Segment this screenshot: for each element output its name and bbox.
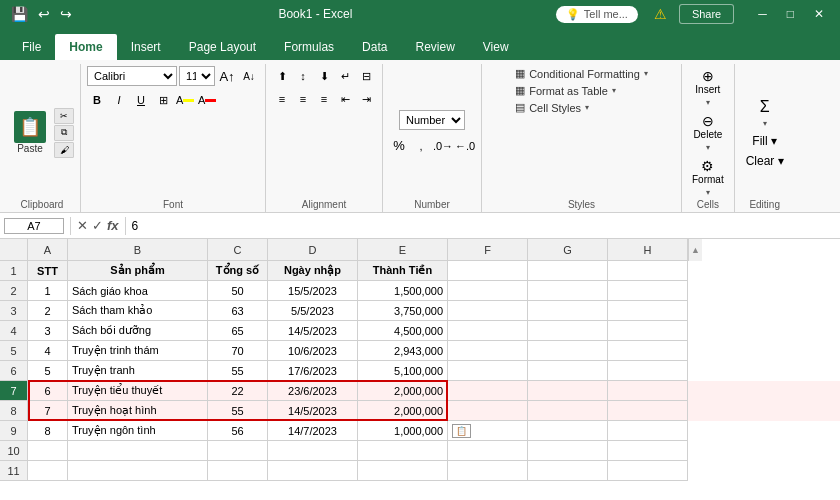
number-format-select[interactable]: Number bbox=[399, 110, 465, 130]
row-header-11[interactable]: 11 bbox=[0, 461, 28, 481]
underline-button[interactable]: U bbox=[131, 90, 151, 110]
cell-f1[interactable] bbox=[448, 261, 528, 281]
cell-c8[interactable]: 55 bbox=[208, 401, 268, 421]
italic-button[interactable]: I bbox=[109, 90, 129, 110]
wrap-text-button[interactable]: ↵ bbox=[335, 66, 355, 86]
tab-data[interactable]: Data bbox=[348, 34, 401, 60]
cell-h10[interactable] bbox=[608, 441, 688, 461]
col-header-g[interactable]: G bbox=[528, 239, 608, 261]
redo-icon[interactable]: ↪ bbox=[57, 4, 75, 24]
cancel-formula-icon[interactable]: ✕ bbox=[77, 218, 88, 233]
col-header-a[interactable]: A bbox=[28, 239, 68, 261]
row-header-5[interactable]: 5 bbox=[0, 341, 28, 361]
cell-h6[interactable] bbox=[608, 361, 688, 381]
cell-e3[interactable]: 3,750,000 bbox=[358, 301, 448, 321]
cell-d6[interactable]: 17/6/2023 bbox=[268, 361, 358, 381]
cell-g10[interactable] bbox=[528, 441, 608, 461]
paste-button[interactable]: 📋 Paste bbox=[10, 109, 50, 156]
col-header-e[interactable]: E bbox=[358, 239, 448, 261]
align-middle-button[interactable]: ↕ bbox=[293, 66, 313, 86]
cell-g11[interactable] bbox=[528, 461, 608, 481]
cell-a3[interactable]: 2 bbox=[28, 301, 68, 321]
cell-c9[interactable]: 56 bbox=[208, 421, 268, 441]
cell-a1[interactable]: STT bbox=[28, 261, 68, 281]
tab-formulas[interactable]: Formulas bbox=[270, 34, 348, 60]
cell-c4[interactable]: 65 bbox=[208, 321, 268, 341]
cell-a6[interactable]: 5 bbox=[28, 361, 68, 381]
decrease-decimal-button[interactable]: ←.0 bbox=[455, 136, 475, 156]
row-header-2[interactable]: 2 bbox=[0, 281, 28, 301]
cell-g4[interactable] bbox=[528, 321, 608, 341]
cell-e8[interactable]: 2,000,000 bbox=[358, 401, 448, 421]
cell-b2[interactable]: Sách giáo khoa bbox=[68, 281, 208, 301]
cell-g1[interactable] bbox=[528, 261, 608, 281]
cell-h2[interactable] bbox=[608, 281, 688, 301]
cell-h1[interactable] bbox=[608, 261, 688, 281]
cell-b3[interactable]: Sách tham khảo bbox=[68, 301, 208, 321]
function-icon[interactable]: fx bbox=[107, 218, 119, 233]
align-center-button[interactable]: ≡ bbox=[293, 89, 313, 109]
font-color-button[interactable]: A bbox=[197, 90, 217, 110]
cell-a5[interactable]: 4 bbox=[28, 341, 68, 361]
cell-b10[interactable] bbox=[68, 441, 208, 461]
cell-a4[interactable]: 3 bbox=[28, 321, 68, 341]
tab-home[interactable]: Home bbox=[55, 34, 116, 60]
col-header-c[interactable]: C bbox=[208, 239, 268, 261]
cell-d3[interactable]: 5/5/2023 bbox=[268, 301, 358, 321]
formula-input[interactable]: 6 bbox=[128, 219, 840, 233]
cell-c5[interactable]: 70 bbox=[208, 341, 268, 361]
cell-c7[interactable]: 22 bbox=[208, 381, 268, 401]
cell-e11[interactable] bbox=[358, 461, 448, 481]
cell-f9[interactable]: 📋 bbox=[448, 421, 528, 441]
cell-c2[interactable]: 50 bbox=[208, 281, 268, 301]
paste-options-icon[interactable]: 📋 bbox=[452, 424, 471, 438]
cell-e6[interactable]: 5,100,000 bbox=[358, 361, 448, 381]
bold-button[interactable]: B bbox=[87, 90, 107, 110]
col-header-b[interactable]: B bbox=[68, 239, 208, 261]
percent-button[interactable]: % bbox=[389, 136, 409, 156]
cell-a9[interactable]: 8 bbox=[28, 421, 68, 441]
cell-g2[interactable] bbox=[528, 281, 608, 301]
cell-f10[interactable] bbox=[448, 441, 528, 461]
cell-g9[interactable] bbox=[528, 421, 608, 441]
cell-d9[interactable]: 14/7/2023 bbox=[268, 421, 358, 441]
tab-review[interactable]: Review bbox=[401, 34, 468, 60]
cell-f3[interactable] bbox=[448, 301, 528, 321]
decrease-font-button[interactable]: A↓ bbox=[239, 66, 259, 86]
clear-button[interactable]: Clear ▾ bbox=[742, 152, 788, 170]
cell-h5[interactable] bbox=[608, 341, 688, 361]
cell-h9[interactable] bbox=[608, 421, 688, 441]
cell-d10[interactable] bbox=[268, 441, 358, 461]
format-as-table-button[interactable]: ▦ Format as Table ▾ bbox=[512, 83, 619, 98]
cut-button[interactable]: ✂ bbox=[54, 108, 74, 124]
corner-cell[interactable] bbox=[0, 239, 28, 261]
save-icon[interactable]: 💾 bbox=[8, 4, 31, 24]
increase-font-button[interactable]: A↑ bbox=[217, 66, 237, 86]
cell-d2[interactable]: 15/5/2023 bbox=[268, 281, 358, 301]
border-button[interactable]: ⊞ bbox=[153, 90, 173, 110]
cell-b1[interactable]: Sản phẩm bbox=[68, 261, 208, 281]
cell-a2[interactable]: 1 bbox=[28, 281, 68, 301]
cell-g8[interactable] bbox=[528, 401, 608, 421]
cell-c3[interactable]: 63 bbox=[208, 301, 268, 321]
cell-b7[interactable]: Truyện tiểu thuyết bbox=[68, 381, 208, 401]
cell-h7[interactable] bbox=[608, 381, 688, 401]
fill-color-button[interactable]: A bbox=[175, 90, 195, 110]
format-painter-button[interactable]: 🖌 bbox=[54, 142, 74, 158]
cell-b5[interactable]: Truyện trinh thám bbox=[68, 341, 208, 361]
fill-button[interactable]: Fill ▾ bbox=[748, 132, 781, 150]
align-top-button[interactable]: ⬆ bbox=[272, 66, 292, 86]
cell-d4[interactable]: 14/5/2023 bbox=[268, 321, 358, 341]
share-button[interactable]: Share bbox=[679, 4, 734, 24]
cell-e10[interactable] bbox=[358, 441, 448, 461]
font-family-select[interactable]: Calibri bbox=[87, 66, 177, 86]
copy-button[interactable]: ⧉ bbox=[54, 125, 74, 141]
cell-b8[interactable]: Truyện hoạt hình bbox=[68, 401, 208, 421]
align-bottom-button[interactable]: ⬇ bbox=[314, 66, 334, 86]
row-header-10[interactable]: 10 bbox=[0, 441, 28, 461]
cell-b4[interactable]: Sách bồi dưỡng bbox=[68, 321, 208, 341]
confirm-formula-icon[interactable]: ✓ bbox=[92, 218, 103, 233]
row-header-9[interactable]: 9 bbox=[0, 421, 28, 441]
insert-cells-button[interactable]: ⊕ Insert ▾ bbox=[691, 66, 724, 109]
row-header-7[interactable]: 7 bbox=[0, 381, 28, 401]
